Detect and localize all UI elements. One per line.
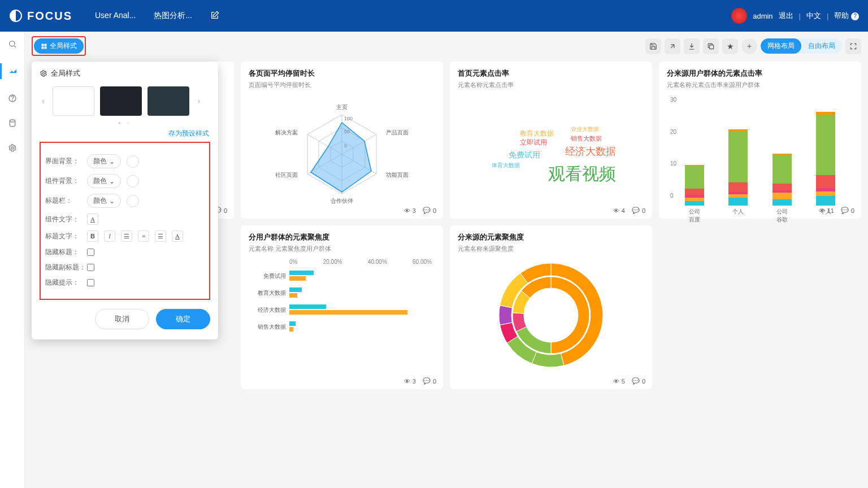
font-color-icon[interactable]: A — [87, 213, 98, 225]
svg-point-1 — [9, 41, 14, 46]
bold-icon[interactable]: B — [87, 230, 98, 242]
header-tabs: User Anal... 热图分析... — [95, 11, 219, 21]
titlebar-select[interactable]: 颜色 ⌄ — [87, 194, 121, 208]
svg-text:社区页面: 社区页面 — [275, 172, 298, 178]
align-center-icon[interactable]: ≡ — [138, 230, 149, 242]
logout-link[interactable]: 退出 — [779, 11, 793, 21]
svg-text:功能页面: 功能页面 — [386, 172, 409, 178]
wordcloud-chart: 观看视频经济大数据免费试用立即试用教育大数据销售大数据农业大数据体育大数据 — [458, 106, 644, 191]
svg-text:0: 0 — [344, 143, 347, 149]
svg-point-30 — [42, 72, 45, 75]
align-right-icon[interactable]: ☰ — [155, 230, 166, 242]
help-link[interactable]: 帮助 ? — [834, 11, 859, 21]
cancel-button[interactable]: 取消 — [95, 309, 149, 329]
settings-icon[interactable] — [7, 142, 18, 154]
theme-next[interactable]: › — [195, 94, 202, 108]
card-donut[interactable]: 分来源的元素聚焦度 元素名称来源聚焦度 👁 5💬 0 — [450, 225, 652, 389]
svg-text:合作伙伴: 合作伙伴 — [331, 198, 353, 204]
tab-user-analysis[interactable]: User Anal... — [95, 11, 136, 21]
add-icon[interactable]: ＋ — [741, 38, 757, 54]
hbar-chart: 0%20.00%40.00%60.00% 免费试用 教育大数据 经济大数据 销售… — [249, 253, 435, 353]
svg-point-4 — [10, 120, 15, 122]
card-hbar[interactable]: 分用户群体的元素聚焦度 元素名称 元素聚焦度用户群体 0%20.00%40.00… — [241, 225, 443, 389]
svg-rect-10 — [710, 45, 714, 49]
ok-button[interactable]: 确定 — [156, 309, 210, 329]
titlebar-swatch[interactable] — [127, 195, 139, 207]
global-style-panel: 全局样式 ‹ › ● ○ 存为预设样式 界面背景：颜色 ⌄ 组件背景：颜色 ⌄ … — [32, 62, 218, 339]
copy-icon[interactable] — [703, 38, 719, 54]
hide-hint-checkbox[interactable] — [87, 279, 94, 286]
svg-point-3 — [12, 100, 12, 101]
save-icon[interactable] — [645, 38, 661, 54]
edit-icon[interactable] — [210, 11, 219, 21]
download-icon[interactable] — [684, 38, 700, 54]
svg-rect-6 — [42, 43, 44, 46]
hide-title-checkbox[interactable] — [87, 249, 94, 256]
panel-title: 全局样式 — [40, 68, 210, 79]
svg-text:50: 50 — [344, 129, 350, 134]
save-preset-link[interactable]: 存为预设样式 — [40, 129, 209, 138]
fullscreen-icon[interactable] — [845, 38, 861, 54]
layout-free[interactable]: 自由布局 — [801, 38, 842, 54]
chevron-down-icon: ⌄ — [109, 158, 115, 165]
layout-toggle: 网格布局 自由布局 — [761, 38, 842, 54]
global-style-highlight: 全局样式 — [32, 36, 86, 56]
dashboard-grid: 0% 免费试用 教育大数据 经济大数据 销售大数据 👁 2💬 0 各页面平均停留… — [32, 62, 861, 389]
card-wordcloud[interactable]: 首页元素点击率 元素名称元素点击率 观看视频经济大数据免费试用立即试用教育大数据… — [450, 62, 652, 219]
svg-point-5 — [11, 147, 14, 149]
brand-logo: FOCUS — [9, 9, 72, 23]
tab-heatmap[interactable]: 热图分析... — [154, 11, 192, 21]
side-rail — [0, 32, 25, 394]
svg-text:产品页面: 产品页面 — [386, 129, 409, 136]
card-radar[interactable]: 各页面平均停留时长 页面编号平均停留时长 主页 产品页面 功能页面 合作伙伴 社… — [241, 62, 443, 219]
card-stackbar[interactable]: 分来源用户群体的元素点击率 元素名称元素点击率来源用户群体 0102030公司百… — [659, 62, 861, 219]
layout-grid[interactable]: 网格布局 — [761, 38, 801, 54]
top-bar: FOCUS User Anal... 热图分析... admin 退出 | 中文… — [0, 0, 868, 32]
toolbar: 全局样式 ★ ＋ 网格布局 自由布局 — [32, 36, 861, 56]
lang-toggle[interactable]: 中文 — [806, 11, 821, 21]
radar-chart: 主页 产品页面 功能页面 合作伙伴 社区页面 解决方案 100 50 0 — [274, 95, 410, 208]
page-bg-select[interactable]: 颜色 ⌄ — [87, 154, 121, 168]
svg-text:解决方案: 解决方案 — [275, 129, 298, 136]
align-left-icon[interactable]: ☰ — [121, 230, 132, 242]
hide-subtitle-checkbox[interactable] — [87, 264, 94, 271]
theme-dark1[interactable] — [100, 86, 142, 116]
theme-prev[interactable]: ‹ — [40, 94, 47, 108]
stacked-bar-chart: 0102030公司百度个人公司谷歌个人 — [667, 93, 853, 206]
italic-icon[interactable]: I — [104, 230, 115, 242]
donut-chart — [458, 253, 644, 387]
search-icon[interactable] — [7, 38, 18, 50]
title-font-color-icon[interactable]: A — [172, 230, 183, 242]
widget-bg-swatch[interactable] — [127, 175, 139, 188]
star-icon[interactable]: ★ — [722, 38, 738, 54]
svg-rect-8 — [42, 46, 44, 49]
data-icon[interactable] — [7, 117, 18, 129]
theme-dark2[interactable] — [147, 86, 189, 116]
svg-rect-7 — [45, 43, 47, 46]
svg-text:100: 100 — [344, 116, 353, 121]
global-style-button[interactable]: 全局样式 — [34, 38, 84, 54]
svg-rect-9 — [45, 46, 47, 49]
svg-text:主页: 主页 — [336, 104, 348, 110]
page-bg-swatch[interactable] — [127, 155, 139, 168]
logo-icon — [9, 9, 23, 23]
svg-marker-20 — [311, 123, 371, 192]
avatar[interactable] — [731, 8, 747, 24]
theme-light[interactable] — [53, 86, 94, 116]
dashboard-icon[interactable] — [0, 63, 25, 79]
widget-bg-select[interactable]: 颜色 ⌄ — [87, 174, 121, 188]
gear-icon — [40, 69, 47, 77]
share-icon[interactable] — [665, 38, 680, 54]
username: admin — [753, 12, 772, 20]
style-form-highlight: 界面背景：颜色 ⌄ 组件背景：颜色 ⌄ 标题栏：颜色 ⌄ 组件文字：A 标题文字… — [40, 142, 210, 300]
help-icon[interactable] — [7, 93, 18, 104]
